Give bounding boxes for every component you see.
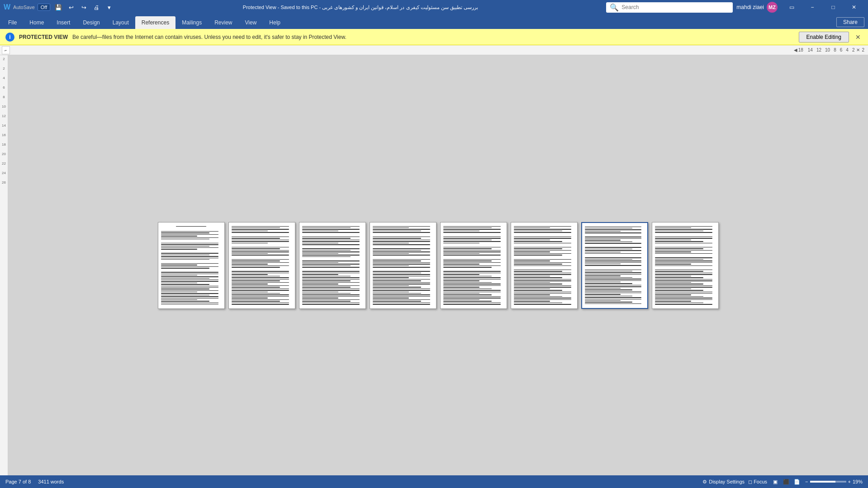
ribbon-display-icon[interactable]: ▭ bbox=[781, 0, 802, 14]
protected-title: PROTECTED VIEW bbox=[19, 34, 68, 40]
page-8-thumbnail[interactable] bbox=[652, 222, 719, 309]
title-bar-left: W AutoSave Off 💾 ↩ ↪ 🖨 ▾ bbox=[4, 2, 114, 12]
status-bar: Page 7 of 8 3411 words ⚙ Display Setting… bbox=[0, 475, 868, 488]
tab-references[interactable]: References bbox=[135, 16, 175, 29]
page-3-thumbnail[interactable] bbox=[299, 222, 366, 309]
title-bar: W AutoSave Off 💾 ↩ ↪ 🖨 ▾ بررسی تطبیق سن … bbox=[0, 0, 868, 14]
title-bar-right: 🔍 mahdi ziaei MZ ▭ − □ ✕ bbox=[606, 0, 864, 14]
quick-access-toolbar: 💾 ↩ ↪ 🖨 ▾ bbox=[53, 2, 114, 12]
share-button[interactable]: Share bbox=[836, 17, 864, 27]
ruler-corner-button[interactable]: ⌐ bbox=[2, 46, 10, 54]
focus-button[interactable]: ◻ Focus bbox=[748, 479, 767, 485]
ruler-num-2b: 2 bbox=[862, 47, 864, 52]
zoom-percent: 19% bbox=[853, 479, 863, 484]
user-area: mahdi ziaei MZ bbox=[736, 2, 778, 13]
ruler-num-14: 14 bbox=[808, 47, 813, 52]
display-settings-button[interactable]: ⚙ Display Settings bbox=[702, 479, 745, 485]
focus-label: Focus bbox=[754, 479, 767, 484]
zoom-in-icon[interactable]: + bbox=[848, 479, 851, 484]
window-controls: ▭ − □ ✕ bbox=[781, 0, 864, 14]
page-4-thumbnail[interactable] bbox=[370, 222, 436, 309]
ruler-num-18: 18 bbox=[798, 47, 803, 52]
tab-help[interactable]: Help bbox=[263, 16, 287, 29]
zoom-fill bbox=[810, 481, 835, 483]
autosave-label: AutoSave bbox=[13, 5, 35, 10]
zoom-area: − + 19% bbox=[805, 479, 863, 484]
tab-home[interactable]: Home bbox=[23, 16, 50, 29]
protected-icon: i bbox=[5, 33, 14, 42]
view-mode-icons: ▣ ⬛ 📄 bbox=[771, 478, 802, 486]
zoom-out-icon[interactable]: − bbox=[805, 479, 808, 484]
search-icon: 🔍 bbox=[610, 3, 619, 12]
document-canvas bbox=[8, 55, 868, 475]
page-6-thumbnail[interactable] bbox=[511, 222, 578, 309]
page-info: Page 7 of 8 bbox=[5, 479, 31, 484]
user-avatar[interactable]: MZ bbox=[767, 2, 778, 13]
search-input[interactable] bbox=[621, 4, 729, 10]
read-mode-icon[interactable]: 📄 bbox=[792, 478, 802, 486]
tab-insert[interactable]: Insert bbox=[50, 16, 76, 29]
undo-icon[interactable]: ↩ bbox=[66, 2, 76, 12]
top-ruler: ⌐ ◀ 18 14 12 10 8 6 4 2 ✕ 2 bbox=[0, 45, 868, 55]
minimize-button[interactable]: − bbox=[802, 0, 823, 14]
left-ruler: 2 2 4 6 8 10 12 14 16 18 20 22 24 26 bbox=[0, 55, 8, 475]
ruler-num-2a: 2 bbox=[852, 47, 855, 52]
tab-design[interactable]: Design bbox=[76, 16, 106, 29]
enable-editing-button[interactable]: Enable Editing bbox=[799, 32, 849, 43]
zoom-slider[interactable] bbox=[810, 481, 846, 483]
tab-view[interactable]: View bbox=[239, 16, 263, 29]
customize-icon[interactable]: ▾ bbox=[104, 2, 114, 12]
search-bar[interactable]: 🔍 bbox=[606, 2, 733, 13]
tab-mailings[interactable]: Mailings bbox=[175, 16, 208, 29]
ruler-num-12: 12 bbox=[816, 47, 821, 52]
status-bar-right: ⚙ Display Settings ◻ Focus ▣ ⬛ 📄 − + 19% bbox=[702, 478, 863, 486]
status-bar-left: Page 7 of 8 3411 words bbox=[5, 479, 64, 484]
ribbon-tabs: File Home Insert Design Layout Reference… bbox=[0, 14, 868, 29]
tab-file[interactable]: File bbox=[2, 16, 23, 29]
autosave-toggle[interactable]: Off bbox=[38, 4, 50, 11]
close-protected-bar-icon[interactable]: ✕ bbox=[854, 33, 863, 42]
focus-icon: ◻ bbox=[748, 479, 752, 484]
ruler-num-4: 4 bbox=[846, 47, 849, 52]
document-title: بررسی تطبیق سن مسئولیت کیفری در اسلام، ق… bbox=[243, 5, 478, 10]
print-layout-icon[interactable]: ▣ bbox=[771, 478, 780, 486]
redo-icon[interactable]: ↪ bbox=[78, 2, 89, 12]
protected-view-bar: i PROTECTED VIEW Be careful—files from t… bbox=[0, 29, 868, 45]
pages-container bbox=[158, 222, 719, 309]
save-icon[interactable]: 💾 bbox=[53, 2, 64, 12]
maximize-button[interactable]: □ bbox=[823, 0, 844, 14]
ruler-num-8: 8 bbox=[834, 47, 836, 52]
web-layout-icon[interactable]: ⬛ bbox=[782, 478, 791, 486]
page-7-thumbnail[interactable] bbox=[581, 222, 648, 309]
page-2-thumbnail[interactable] bbox=[228, 222, 295, 309]
display-settings-icon: ⚙ bbox=[702, 479, 707, 485]
ruler-num-6: 6 bbox=[840, 47, 843, 52]
document-area: 2 2 4 6 8 10 12 14 16 18 20 22 24 26 bbox=[0, 55, 868, 475]
left-ruler-numbers: 2 2 4 6 8 10 12 14 16 18 20 22 24 26 bbox=[2, 57, 6, 185]
page-1-thumbnail[interactable] bbox=[158, 222, 225, 309]
tab-layout[interactable]: Layout bbox=[106, 16, 135, 29]
display-settings-label: Display Settings bbox=[709, 479, 745, 484]
tab-review[interactable]: Review bbox=[208, 16, 238, 29]
protected-message: Be careful—files from the Internet can c… bbox=[72, 34, 794, 40]
ruler-divider: ✕ bbox=[856, 47, 860, 52]
ruler-left-arrow[interactable]: ◀ bbox=[794, 47, 797, 52]
page-5-thumbnail[interactable] bbox=[440, 222, 507, 309]
ruler-numbers: ◀ 18 14 12 10 8 6 4 2 ✕ 2 bbox=[794, 47, 864, 52]
word-logo-icon: W bbox=[4, 3, 10, 11]
close-button[interactable]: ✕ bbox=[844, 0, 864, 14]
ruler-num-10: 10 bbox=[825, 47, 830, 52]
word-count: 3411 words bbox=[38, 479, 64, 484]
print-icon[interactable]: 🖨 bbox=[91, 2, 102, 12]
user-name: mahdi ziaei bbox=[736, 4, 764, 10]
